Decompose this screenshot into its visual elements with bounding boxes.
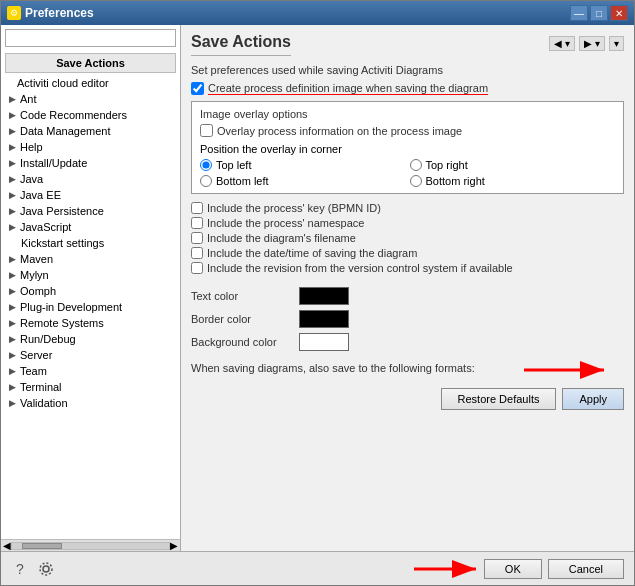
option-namespace-checkbox[interactable]: [191, 217, 203, 229]
nav-item-oomph[interactable]: ▶Oomph: [1, 283, 180, 299]
nav-item-team[interactable]: ▶Team: [1, 363, 180, 379]
border-color-row: Border color: [191, 310, 624, 328]
nav-item-data-management[interactable]: ▶Data Management: [1, 123, 180, 139]
panel-title: Save Actions: [191, 33, 291, 56]
option-row-4: Include the date/time of saving the diag…: [191, 247, 624, 259]
nav-item-remote-systems[interactable]: ▶Remote Systems: [1, 315, 180, 331]
nav-item-run-debug[interactable]: ▶Run/Debug: [1, 331, 180, 347]
action-buttons-area: Restore Defaults Apply: [191, 382, 624, 410]
option-row-1: Include the process' key (BPMN ID): [191, 202, 624, 214]
nav-item-javascript[interactable]: ▶JavaScript: [1, 219, 180, 235]
option-bpmn-label: Include the process' key (BPMN ID): [207, 202, 381, 214]
nav-item-validation[interactable]: ▶Validation: [1, 395, 180, 411]
nav-item-install-update[interactable]: ▶Install/Update: [1, 155, 180, 171]
bg-color-swatch[interactable]: [299, 333, 349, 351]
search-input[interactable]: [5, 29, 176, 47]
arrow-icon: ▶: [9, 142, 16, 152]
option-filename-checkbox[interactable]: [191, 232, 203, 244]
arrow-icon: ▶: [9, 94, 16, 104]
border-color-swatch[interactable]: [299, 310, 349, 328]
radio-bottom-left-label: Bottom left: [216, 175, 269, 187]
overlay-label: Overlay process information on the proce…: [217, 125, 462, 137]
scroll-right-btn[interactable]: ▶: [170, 540, 178, 551]
description-text: Set preferences used while saving Activi…: [191, 64, 624, 76]
nav-item-java-ee[interactable]: ▶Java EE: [1, 187, 180, 203]
create-process-label: Create process definition image when sav…: [208, 82, 488, 95]
help-icon[interactable]: ?: [11, 560, 29, 578]
scrollbar-thumb[interactable]: [22, 543, 62, 549]
minimize-button[interactable]: —: [570, 5, 588, 21]
titlebar-controls: — □ ✕: [570, 5, 628, 21]
ok-cancel-area: OK Cancel: [484, 559, 624, 579]
arrow-icon: ▶: [9, 158, 16, 168]
bottom-buttons: Restore Defaults Apply: [191, 382, 624, 410]
radio-bottom-right-input[interactable]: [410, 175, 422, 187]
back-button[interactable]: ◀ ▾: [549, 36, 575, 51]
left-panel: Save Actions Activiti cloud editor ▶Ant …: [1, 25, 181, 551]
overlay-checkbox-row: Overlay process information on the proce…: [200, 124, 615, 137]
arrow-icon: ▶: [9, 222, 16, 232]
arrow-icon: ▶: [9, 302, 16, 312]
nav-item-help[interactable]: ▶Help: [1, 139, 180, 155]
radio-group: Top left Top right Bottom left Bottom ri…: [200, 159, 615, 187]
image-overlay-group: Image overlay options Overlay process in…: [191, 101, 624, 194]
radio-bottom-right: Bottom right: [410, 175, 616, 187]
nav-item-terminal[interactable]: ▶Terminal: [1, 379, 180, 395]
nav-item-ant[interactable]: ▶Ant: [1, 91, 180, 107]
arrow-icon: ▶: [9, 126, 16, 136]
menu-button[interactable]: ▾: [609, 36, 624, 51]
main-content: Save Actions Activiti cloud editor ▶Ant …: [1, 25, 634, 551]
ok-arrow-icon: [404, 557, 484, 581]
arrow-icon: ▶: [9, 286, 16, 296]
titlebar: ⚙ Preferences — □ ✕: [1, 1, 634, 25]
radio-top-left-input[interactable]: [200, 159, 212, 171]
option-filename-label: Include the diagram's filename: [207, 232, 356, 244]
option-bpmn-checkbox[interactable]: [191, 202, 203, 214]
nav-item-java-persistence[interactable]: ▶Java Persistence: [1, 203, 180, 219]
nav-item-code-recommenders[interactable]: ▶Code Recommenders: [1, 107, 180, 123]
ok-button[interactable]: OK: [484, 559, 542, 579]
nav-item-activiti[interactable]: Activiti cloud editor: [1, 75, 180, 91]
radio-top-right-input[interactable]: [410, 159, 422, 171]
arrow-icon: ▶: [9, 318, 16, 328]
arrow-icon: ▶: [9, 350, 16, 360]
close-button[interactable]: ✕: [610, 5, 628, 21]
apply-button[interactable]: Apply: [562, 388, 624, 410]
option-revision-checkbox[interactable]: [191, 262, 203, 274]
cancel-button[interactable]: Cancel: [548, 559, 624, 579]
arrow-icon: ▶: [9, 382, 16, 392]
left-scrollbar[interactable]: ◀ ▶: [1, 539, 180, 551]
radio-bottom-left-input[interactable]: [200, 175, 212, 187]
settings-icon[interactable]: [37, 560, 55, 578]
scrollbar-track: [11, 542, 170, 550]
nav-item-maven[interactable]: ▶Maven: [1, 251, 180, 267]
nav-item-mylyn[interactable]: ▶Mylyn: [1, 267, 180, 283]
panel-nav: ◀ ▾ ▶ ▾ ▾: [549, 36, 624, 51]
nav-item-plugin-development[interactable]: ▶Plug-in Development: [1, 299, 180, 315]
bg-color-row: Background color: [191, 333, 624, 351]
create-process-checkbox[interactable]: [191, 82, 204, 95]
scroll-left-btn[interactable]: ◀: [3, 540, 11, 551]
radio-bottom-right-label: Bottom right: [426, 175, 485, 187]
forward-button[interactable]: ▶ ▾: [579, 36, 605, 51]
create-process-checkbox-row: Create process definition image when sav…: [191, 82, 624, 95]
extra-options: Include the process' key (BPMN ID) Inclu…: [191, 202, 624, 277]
arrow-icon: ▶: [9, 110, 16, 120]
arrow-icon: ▶: [9, 254, 16, 264]
nav-item-java[interactable]: ▶Java: [1, 171, 180, 187]
radio-top-right-label: Top right: [426, 159, 468, 171]
arrow-icon: ▶: [9, 270, 16, 280]
nav-item-kickstart[interactable]: Kickstart settings: [1, 235, 180, 251]
nav-item-server[interactable]: ▶Server: [1, 347, 180, 363]
option-datetime-checkbox[interactable]: [191, 247, 203, 259]
overlay-checkbox[interactable]: [200, 124, 213, 137]
titlebar-left: ⚙ Preferences: [7, 6, 94, 20]
footer: ? OK Cancel: [1, 551, 634, 585]
radio-top-right: Top right: [410, 159, 616, 171]
option-namespace-label: Include the process' namespace: [207, 217, 364, 229]
restore-defaults-button[interactable]: Restore Defaults: [441, 388, 557, 410]
border-color-label: Border color: [191, 313, 291, 325]
text-color-swatch[interactable]: [299, 287, 349, 305]
maximize-button[interactable]: □: [590, 5, 608, 21]
save-format-text: When saving diagrams, also save to the f…: [191, 362, 624, 374]
